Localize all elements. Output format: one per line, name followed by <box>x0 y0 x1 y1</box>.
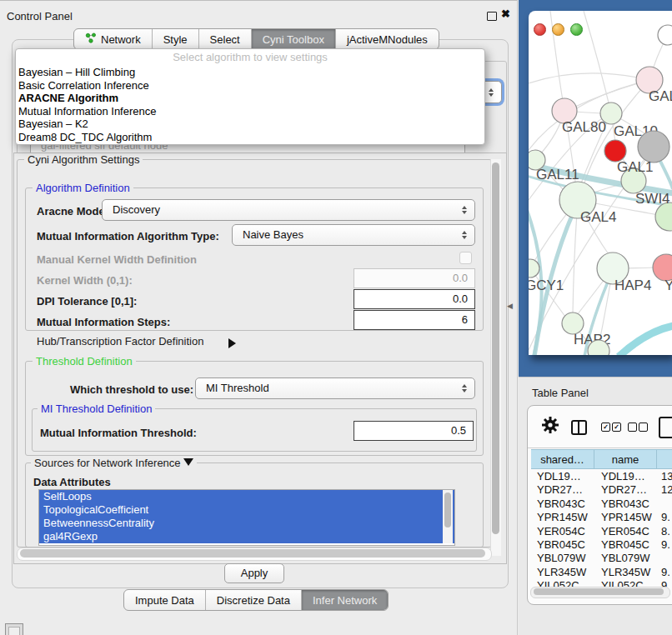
table-row[interactable]: YPR145WYPR145W9. <box>531 511 672 524</box>
table-row[interactable]: YBR045CYBR045C9. <box>531 538 672 552</box>
column-header-col3[interactable] <box>657 449 672 469</box>
sources-title[interactable]: Sources for Network Inference <box>31 457 197 469</box>
mi-algorithm-type-combo[interactable]: Naive Bayes <box>232 224 475 246</box>
tab-label: Impute Data <box>135 594 194 607</box>
table-row[interactable]: YDL19…YDL19…13 <box>531 470 672 483</box>
node-label-gal: GAL <box>649 88 672 104</box>
node-label-gal80: GAL80 <box>562 119 606 135</box>
tab-jactivemnodules[interactable]: jActiveMNodules <box>336 29 439 49</box>
deselect-all-icon[interactable] <box>628 422 637 432</box>
close-icon[interactable]: ✖ <box>501 8 510 20</box>
kernel-width-field[interactable]: 0.0 <box>354 268 475 288</box>
expander-right-icon[interactable] <box>228 336 236 351</box>
combo-stepper-icon[interactable] <box>486 82 496 102</box>
dpi-tolerance-value: 0.0 <box>453 292 468 305</box>
settings-horizontal-scrollbar-thumb[interactable] <box>20 549 485 558</box>
table-cell: YIL052C <box>531 579 594 587</box>
aracne-mode-value: Discovery <box>113 203 160 216</box>
algorithm-option-mutual-information-inference[interactable]: Mutual Information Inference <box>16 105 484 118</box>
deselect-all-icon[interactable] <box>639 422 648 432</box>
data-attributes-label: Data Attributes <box>33 476 111 488</box>
gear-icon[interactable] <box>541 416 559 434</box>
float-window-icon[interactable] <box>487 12 497 21</box>
network-node-swi4[interactable] <box>655 202 672 231</box>
threshold-definition-title: Threshold Definition <box>33 355 136 368</box>
table-row[interactable]: YIL052CYIL052C9 <box>531 579 672 587</box>
combo-stepper-icon[interactable] <box>459 200 469 220</box>
algorithm-option-dream8-dc-tdc-algorithm[interactable]: Dream8 DC_TDC Algorithm <box>16 131 484 144</box>
attributes-scrollbar-thumb[interactable] <box>444 492 451 528</box>
tab-impute-data[interactable]: Impute Data <box>124 590 206 610</box>
algorithm-option-aracne-algorithm[interactable]: ARACNE Algorithm <box>16 92 484 105</box>
minimized-panel-icon[interactable] <box>5 623 23 635</box>
algorithm-popup: Select algorithm to view settings Bayesi… <box>15 48 485 145</box>
mi-algorithm-type-label: Mutual Information Algorithm Type: <box>37 230 219 242</box>
column-header-name[interactable]: name <box>594 449 657 469</box>
select-all-icon[interactable]: ✓ <box>601 422 610 432</box>
network-node[interactable] <box>658 25 672 45</box>
function-builder-icon[interactable] <box>659 417 672 438</box>
network-window: GALGAL80GAL10GAL11GAL1SWI4GAL4GCY1HAP4YH… <box>529 11 672 355</box>
hub-expander-label[interactable]: Hub/Transcription Factor Definition <box>37 335 203 348</box>
expander-down-icon <box>183 458 193 466</box>
algorithm-option-bayesian-k2[interactable]: Bayesian – K2 <box>16 118 484 131</box>
attribute-item-betweennesscentrality[interactable]: BetweennessCentrality <box>39 517 454 530</box>
data-attributes-list[interactable]: SelfLoopsTopologicalCoefficientBetweenne… <box>38 489 455 546</box>
network-node[interactable] <box>638 131 669 162</box>
table-card: ✓ ✓ shared…name YDL19…YDL19…13YDR27…YDR2… <box>527 405 672 605</box>
table-row[interactable]: YLR345WYLR345W9. <box>531 566 672 579</box>
combo-stepper-icon[interactable] <box>459 378 469 398</box>
control-panel-tabs: NetworkStyleSelectCyni ToolboxjActiveMNo… <box>73 28 439 50</box>
mi-steps-field[interactable]: 6 <box>354 310 475 330</box>
network-canvas[interactable]: GALGAL80GAL10GAL11GAL1SWI4GAL4GCY1HAP4YH… <box>529 11 672 355</box>
tab-select[interactable]: Select <box>199 29 252 49</box>
table-cell: YLR345W <box>531 566 594 579</box>
algorithm-popup-list: Bayesian – Hill ClimbingBasic Correlatio… <box>16 66 484 143</box>
close-traffic-light[interactable] <box>534 23 546 36</box>
table-cell: YPR145W <box>594 511 655 524</box>
table-cell: 9. <box>655 511 672 524</box>
columns-icon[interactable] <box>571 420 587 435</box>
mi-threshold-value: 0.5 <box>451 424 466 437</box>
table-cell: 8. <box>655 525 672 538</box>
column-header-shared[interactable]: shared… <box>531 449 594 469</box>
table-row[interactable]: YBR043CYBR043C <box>531 498 672 511</box>
manual-kernel-checkbox[interactable] <box>459 252 472 264</box>
mi-steps-label: Mutual Information Steps: <box>37 316 170 328</box>
attribute-item-selfloops[interactable]: SelfLoops <box>39 490 454 503</box>
table-horizontal-scrollbar-thumb[interactable] <box>534 588 664 595</box>
table-cell: YLR345W <box>594 566 655 579</box>
which-threshold-value: MI Threshold <box>206 382 269 394</box>
table-row[interactable]: YER054CYER054C8. <box>531 525 672 538</box>
network-node-gcy1[interactable] <box>529 259 539 278</box>
tab-cyni-toolbox[interactable]: Cyni Toolbox <box>252 29 336 49</box>
apply-button[interactable]: Apply <box>224 563 284 583</box>
combo-stepper-icon[interactable] <box>459 225 469 245</box>
minimize-traffic-light[interactable] <box>552 23 564 36</box>
dpi-tolerance-field[interactable]: 0.0 <box>354 289 475 309</box>
tab-network[interactable]: Network <box>74 29 153 49</box>
zoom-traffic-light[interactable] <box>570 23 583 36</box>
node-label-swi4: SWI4 <box>635 191 670 207</box>
settings-vertical-scrollbar-thumb[interactable] <box>492 162 499 534</box>
tab-style[interactable]: Style <box>153 29 199 49</box>
kernel-width-value: 0.0 <box>453 272 468 284</box>
aracne-mode-combo[interactable]: Discovery <box>102 199 475 221</box>
algorithm-option-bayesian-hill-climbing[interactable]: Bayesian – Hill Climbing <box>16 66 484 79</box>
table-cell: 12 <box>655 483 672 497</box>
table-cell: 9. <box>655 538 672 552</box>
table-cell: YDL19… <box>594 470 655 483</box>
network-node-gal10[interactable] <box>600 102 622 124</box>
table-cell: YPR145W <box>531 511 594 524</box>
which-threshold-combo[interactable]: MI Threshold <box>195 378 475 399</box>
panel-divider-arrow[interactable]: ◀ <box>507 302 513 310</box>
tab-infer-network[interactable]: Infer Network <box>302 590 388 610</box>
table-row[interactable]: YBL079WYBL079W <box>531 552 672 565</box>
attribute-item-topologicalcoefficient[interactable]: TopologicalCoefficient <box>39 503 454 517</box>
algorithm-option-basic-correlation-inference[interactable]: Basic Correlation Inference <box>16 79 484 92</box>
mi-threshold-field[interactable]: 0.5 <box>354 421 474 441</box>
select-all-icon[interactable]: ✓ <box>612 422 621 432</box>
table-row[interactable]: YDR27…YDR27…12 <box>531 483 672 497</box>
tab-discretize-data[interactable]: Discretize Data <box>206 590 302 610</box>
attribute-item-gal4rgexp[interactable]: gal4RGexp <box>39 530 454 543</box>
